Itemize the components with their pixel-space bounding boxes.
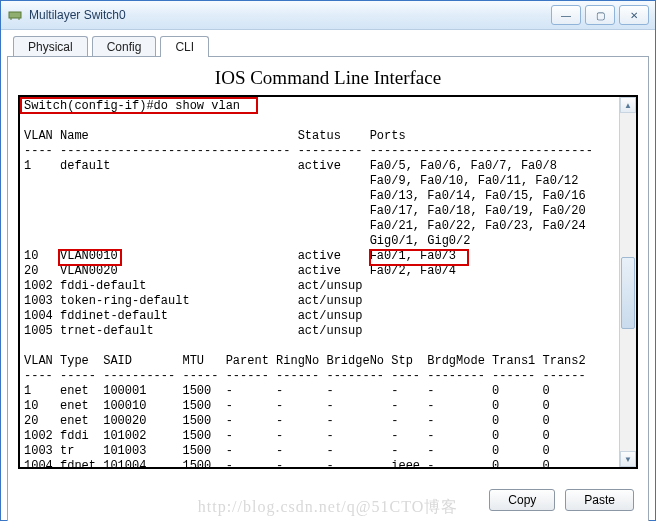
term-line: Fa0/21, Fa0/22, Fa0/23, Fa0/24	[24, 219, 586, 233]
term-line: 1002 fddi 101002 1500 - - - - - 0 0	[24, 429, 550, 443]
panel-heading: IOS Command Line Interface	[18, 67, 638, 89]
term-line: 10 VLAN0010 active Fa0/1, Fa0/3	[24, 249, 456, 263]
term-line: Fa0/17, Fa0/18, Fa0/19, Fa0/20	[24, 204, 586, 218]
terminal-container: Switch(config-if)#do show vlan VLAN Name…	[18, 95, 638, 469]
footer-buttons: Copy Paste	[489, 489, 634, 511]
cli-panel: IOS Command Line Interface Switch(config…	[7, 56, 649, 521]
tab-config[interactable]: Config	[92, 36, 157, 57]
term-line: 1005 trnet-default act/unsup	[24, 324, 362, 338]
term-line: 1004 fddinet-default act/unsup	[24, 309, 362, 323]
tab-physical[interactable]: Physical	[13, 36, 88, 57]
term-line: ---- -------------------------------- --…	[24, 144, 593, 158]
term-line: Fa0/9, Fa0/10, Fa0/11, Fa0/12	[24, 174, 579, 188]
term-line: 1004 fdnet 101004 1500 - - - ieee - 0 0	[24, 459, 550, 469]
copy-button[interactable]: Copy	[489, 489, 555, 511]
tab-bar: Physical Config CLI	[13, 35, 649, 56]
tab-cli[interactable]: CLI	[160, 36, 209, 57]
window-title: Multilayer Switch0	[29, 8, 551, 22]
terminal-output[interactable]: Switch(config-if)#do show vlan VLAN Name…	[20, 97, 636, 469]
maximize-button[interactable]: ▢	[585, 5, 615, 25]
content-area: Physical Config CLI IOS Command Line Int…	[1, 29, 655, 520]
term-line: Gig0/1, Gig0/2	[24, 234, 470, 248]
term-line: VLAN Type SAID MTU Parent RingNo BridgeN…	[24, 354, 586, 368]
term-line: 1 enet 100001 1500 - - - - - 0 0	[24, 384, 550, 398]
term-line: 10 enet 100010 1500 - - - - - 0 0	[24, 399, 550, 413]
term-line: 1003 token-ring-default act/unsup	[24, 294, 362, 308]
term-line: Fa0/13, Fa0/14, Fa0/15, Fa0/16	[24, 189, 586, 203]
term-line: 1 default active Fa0/5, Fa0/6, Fa0/7, Fa…	[24, 159, 557, 173]
scroll-thumb[interactable]	[621, 257, 635, 329]
minimize-button[interactable]: —	[551, 5, 581, 25]
svg-rect-0	[9, 12, 21, 18]
window-controls: — ▢ ✕	[551, 5, 649, 25]
scrollbar[interactable]: ▲ ▼	[619, 97, 636, 467]
term-line: 1002 fddi-default act/unsup	[24, 279, 362, 293]
term-line: 20 enet 100020 1500 - - - - - 0 0	[24, 414, 550, 428]
scroll-down-button[interactable]: ▼	[620, 451, 636, 467]
term-line: 20 VLAN0020 active Fa0/2, Fa0/4	[24, 264, 456, 278]
scroll-up-button[interactable]: ▲	[620, 97, 636, 113]
term-line: Switch(config-if)#do show vlan	[24, 99, 240, 113]
app-icon	[7, 7, 23, 23]
term-line: 1003 tr 101003 1500 - - - - - 0 0	[24, 444, 550, 458]
close-button[interactable]: ✕	[619, 5, 649, 25]
paste-button[interactable]: Paste	[565, 489, 634, 511]
term-line: ---- ----- ---------- ----- ------ -----…	[24, 369, 586, 383]
titlebar: Multilayer Switch0 — ▢ ✕	[1, 1, 655, 30]
term-line: VLAN Name Status Ports	[24, 129, 406, 143]
app-window: Multilayer Switch0 — ▢ ✕ Physical Config…	[0, 0, 656, 521]
